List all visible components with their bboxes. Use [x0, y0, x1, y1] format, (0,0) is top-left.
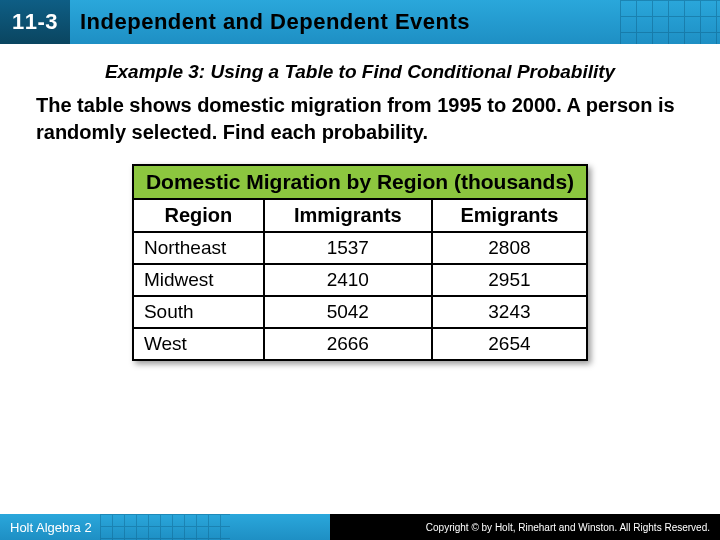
- col-header-region: Region: [133, 199, 264, 232]
- table-wrapper: Domestic Migration by Region (thousands)…: [36, 164, 684, 361]
- table-title: Domestic Migration by Region (thousands): [133, 165, 587, 199]
- table-header-row: Region Immigrants Emigrants: [133, 199, 587, 232]
- cell-emigrants: 2654: [432, 328, 587, 360]
- footer-grid-decoration: [100, 514, 230, 540]
- slide-content: Example 3: Using a Table to Find Conditi…: [0, 44, 720, 361]
- slide-footer: Holt Algebra 2 Copyright © by Holt, Rine…: [0, 514, 720, 540]
- slide-header: 11-3 Independent and Dependent Events: [0, 0, 720, 44]
- cell-emigrants: 3243: [432, 296, 587, 328]
- col-header-emigrants: Emigrants: [432, 199, 587, 232]
- header-title: Independent and Dependent Events: [80, 9, 470, 35]
- table-caption-row: Domestic Migration by Region (thousands): [133, 165, 587, 199]
- cell-region: Midwest: [133, 264, 264, 296]
- footer-textbook: Holt Algebra 2: [0, 520, 92, 535]
- cell-region: South: [133, 296, 264, 328]
- footer-copyright: Copyright © by Holt, Rinehart and Winsto…: [426, 522, 710, 533]
- cell-immigrants: 1537: [264, 232, 432, 264]
- col-header-immigrants: Immigrants: [264, 199, 432, 232]
- table-row: South 5042 3243: [133, 296, 587, 328]
- table-row: West 2666 2654: [133, 328, 587, 360]
- table-row: Northeast 1537 2808: [133, 232, 587, 264]
- cell-immigrants: 2410: [264, 264, 432, 296]
- lesson-number: 11-3: [12, 9, 58, 35]
- example-title: Example 3: Using a Table to Find Conditi…: [36, 60, 684, 84]
- example-body: The table shows domestic migration from …: [36, 92, 684, 146]
- migration-table: Domestic Migration by Region (thousands)…: [132, 164, 588, 361]
- cell-immigrants: 5042: [264, 296, 432, 328]
- lesson-number-box: 11-3: [0, 0, 70, 44]
- table-row: Midwest 2410 2951: [133, 264, 587, 296]
- cell-immigrants: 2666: [264, 328, 432, 360]
- cell-emigrants: 2808: [432, 232, 587, 264]
- footer-copyright-bar: Copyright © by Holt, Rinehart and Winsto…: [330, 514, 720, 540]
- cell-region: West: [133, 328, 264, 360]
- cell-region: Northeast: [133, 232, 264, 264]
- header-grid-decoration: [620, 0, 720, 44]
- cell-emigrants: 2951: [432, 264, 587, 296]
